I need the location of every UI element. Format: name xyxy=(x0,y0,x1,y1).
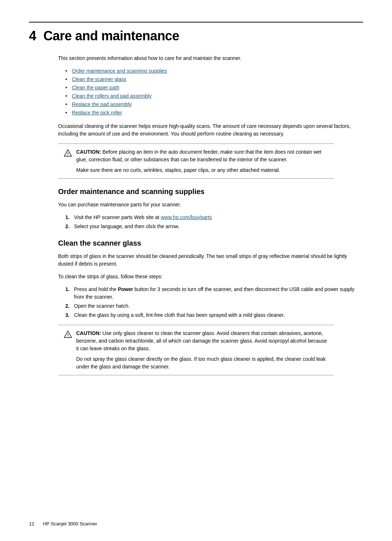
section1-heading: Order maintenance and scanning supplies xyxy=(58,187,363,196)
list-item[interactable]: Replace the pad assembly xyxy=(65,101,363,108)
step2-text-3: Clean the glass by using a soft, lint-fr… xyxy=(74,312,285,318)
list-item[interactable]: Clean the paper path xyxy=(65,84,363,92)
hp-parts-link[interactable]: www.hp.com/buy/parts xyxy=(161,214,212,220)
step-num-2: 2. xyxy=(65,223,70,230)
section1-steps: 1. Visit the HP scanner parts Web site a… xyxy=(65,214,363,230)
chapter-number: 4 xyxy=(29,28,36,43)
svg-text:!: ! xyxy=(67,152,69,156)
toc-link-3[interactable]: Clean the paper path xyxy=(72,85,119,90)
caution-box-1: ! CAUTION: Before placing an item in the… xyxy=(58,144,334,179)
caution-content-2: CAUTION: Use only glass cleaner to clean… xyxy=(76,330,328,371)
toc-link-2[interactable]: Clean the scanner glass xyxy=(72,76,126,82)
step2-text-1a: Press and hold the xyxy=(74,286,118,292)
caution-para-1: CAUTION: Before placing an item in the a… xyxy=(76,148,328,163)
caution-para-2: Make sure there are no curls, wrinkles, … xyxy=(76,166,328,174)
caution-content-1: CAUTION: Before placing an item in the a… xyxy=(76,148,328,174)
caution-icon-2: ! xyxy=(64,330,72,338)
step-text-2: Select your language, and then click the… xyxy=(74,223,179,229)
list-item: 3. Clean the glass by using a soft, lint… xyxy=(65,311,363,319)
toc-link-6[interactable]: Replace the pick roller xyxy=(72,110,122,116)
caution2-label: CAUTION: xyxy=(76,330,101,336)
section2-para1: Both strips of glass in the scanner shou… xyxy=(58,253,363,268)
caution2-text-1: Use only glass cleaner to clean the scan… xyxy=(76,330,327,351)
toc-link-1[interactable]: Order maintenance and scanning supplies xyxy=(72,68,167,74)
list-item: 1. Visit the HP scanner parts Web site a… xyxy=(65,214,363,221)
step2-num-1: 1. xyxy=(65,286,70,293)
step2-bold-1: Power xyxy=(118,286,133,292)
caution-label-1: CAUTION: xyxy=(76,149,101,155)
list-item[interactable]: Clean the rollers and pad assembly xyxy=(65,92,363,100)
section1-intro: You can purchase maintenance parts for y… xyxy=(58,201,363,209)
page-number: 12 xyxy=(29,521,34,526)
toc-list: Order maintenance and scanning supplies … xyxy=(65,67,363,117)
list-item[interactable]: Clean the scanner glass xyxy=(65,76,363,83)
step-num: 1. xyxy=(65,214,70,221)
caution-row-2: ! CAUTION: Use only glass cleaner to cle… xyxy=(64,330,328,371)
section2-para2: To clean the strips of glass, follow the… xyxy=(58,273,363,280)
step-text-1: Visit the HP scanner parts Web site at xyxy=(74,214,161,220)
step2-num-3: 3. xyxy=(65,311,70,319)
list-item: 2. Open the scanner hatch. xyxy=(65,302,363,310)
chapter-title-text: Care and maintenance xyxy=(44,28,179,43)
caution2-para-1: CAUTION: Use only glass cleaner to clean… xyxy=(76,330,328,352)
section2-heading: Clean the scanner glass xyxy=(58,239,363,247)
caution-text-1a: Before placing an item in the auto docum… xyxy=(76,149,321,162)
toc-link-4[interactable]: Clean the rollers and pad assembly xyxy=(72,93,151,99)
caution-box-2: ! CAUTION: Use only glass cleaner to cle… xyxy=(58,325,334,375)
list-item: 2. Select your language, and then click … xyxy=(65,223,363,230)
step2-num-2: 2. xyxy=(65,302,70,310)
section2-steps: 1. Press and hold the Power button for 3… xyxy=(65,286,363,319)
caution-row-1: ! CAUTION: Before placing an item in the… xyxy=(64,148,328,174)
list-item[interactable]: Order maintenance and scanning supplies xyxy=(65,67,363,75)
caution-icon-1: ! xyxy=(64,149,72,157)
page-footer: 12 HP Scanjet 3000 Scanner xyxy=(29,521,97,526)
occasional-cleaning-text: Occasional cleaning of the scanner helps… xyxy=(58,122,363,138)
product-name: HP Scanjet 3000 Scanner xyxy=(43,521,97,526)
list-item[interactable]: Replace the pick roller xyxy=(65,109,363,117)
chapter-title: 4Care and maintenance xyxy=(29,28,363,44)
svg-text:!: ! xyxy=(67,333,69,337)
step2-text-2: Open the scanner hatch. xyxy=(74,303,130,309)
intro-paragraph: This section presents information about … xyxy=(58,54,363,62)
list-item: 1. Press and hold the Power button for 3… xyxy=(65,286,363,301)
caution2-para-2: Do not spray the glass cleaner directly … xyxy=(76,355,328,371)
chapter-header: 4Care and maintenance xyxy=(29,22,363,44)
toc-link-5[interactable]: Replace the pad assembly xyxy=(72,101,132,107)
